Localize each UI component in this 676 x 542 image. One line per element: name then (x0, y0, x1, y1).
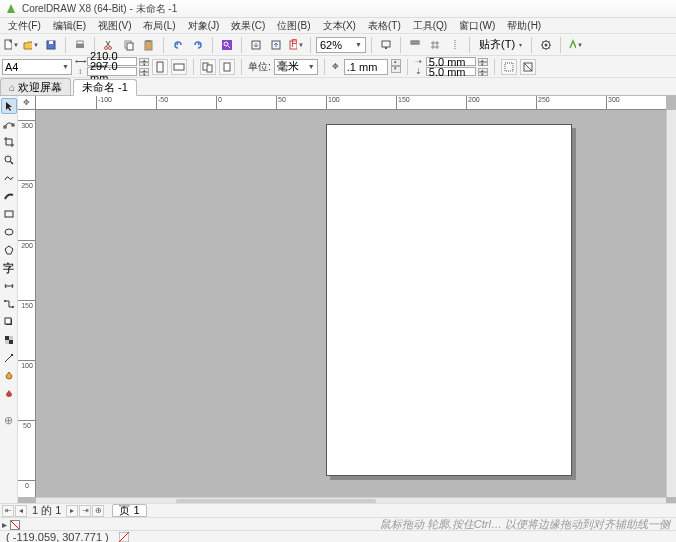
menu-file[interactable]: 文件(F) (2, 19, 47, 33)
nudge-spinner[interactable]: ▴▾ (391, 59, 401, 75)
polygon-tool[interactable] (1, 242, 17, 258)
snap-dropdown[interactable]: 贴齐(T)▾ (475, 37, 526, 52)
menu-window[interactable]: 窗口(W) (453, 19, 501, 33)
menu-table[interactable]: 表格(T) (362, 19, 407, 33)
menu-object[interactable]: 对象(J) (182, 19, 226, 33)
zoom-value: 62% (320, 39, 342, 51)
artistic-media-tool[interactable] (1, 188, 17, 204)
menu-effects[interactable]: 效果(C) (225, 19, 271, 33)
width-spinner[interactable]: ▴▾ (139, 58, 149, 66)
menu-edit[interactable]: 编辑(E) (47, 19, 92, 33)
expand-toolbox-button[interactable]: ⊕ (1, 412, 17, 428)
search-content-button[interactable] (218, 36, 236, 54)
show-rulers-button[interactable] (406, 36, 424, 54)
open-button[interactable]: ▼ (22, 36, 40, 54)
svg-point-31 (5, 156, 11, 162)
export-button[interactable] (267, 36, 285, 54)
dup-y-input[interactable]: 5.0 mm (426, 67, 476, 76)
page-tab-label: 页 1 (119, 503, 139, 518)
svg-rect-27 (505, 63, 513, 71)
ellipse-tool[interactable] (1, 224, 17, 240)
save-button[interactable] (42, 36, 60, 54)
new-button[interactable]: ▼ (2, 36, 20, 54)
last-page-button[interactable]: ⇥ (79, 505, 91, 517)
portrait-button[interactable] (152, 59, 168, 75)
print-button[interactable] (71, 36, 89, 54)
freehand-tool[interactable] (1, 170, 17, 186)
page-height-input[interactable]: 297.0 mm (87, 67, 137, 76)
show-guidelines-button[interactable] (446, 36, 464, 54)
parallel-dimension-tool[interactable] (1, 278, 17, 294)
horizontal-ruler[interactable]: -100-50050100150200250300350 (36, 96, 666, 110)
page-size-select[interactable]: A4▼ (2, 59, 72, 75)
page[interactable] (326, 124, 572, 476)
transparency-tool[interactable] (1, 332, 17, 348)
property-bar: A4▼ ⟷ 210.0 mm ▴▾ ↕ 297.0 mm ▴▾ 单位: 毫米▼ … (0, 56, 676, 78)
drop-shadow-tool[interactable] (1, 314, 17, 330)
smart-fill-tool[interactable] (1, 386, 17, 402)
nudge-icon: ✥ (331, 63, 341, 71)
dup-y-spinner[interactable]: ▴▾ (478, 68, 488, 76)
separator (212, 37, 213, 53)
import-button[interactable] (247, 36, 265, 54)
shape-tool[interactable] (1, 116, 17, 132)
text-tool[interactable]: 字 (1, 260, 17, 276)
pick-tool[interactable] (1, 98, 17, 114)
eyedropper-tool[interactable] (1, 350, 17, 366)
duplicate-distance: ⇢ 5.0 mm ▴▾ ⇣ 5.0 mm ▴▾ (414, 57, 488, 76)
svg-rect-26 (224, 63, 230, 71)
all-pages-button[interactable] (200, 59, 216, 75)
nudge-input[interactable]: .1 mm (344, 59, 388, 75)
separator (324, 59, 325, 75)
svg-rect-22 (157, 62, 163, 72)
height-spinner[interactable]: ▴▾ (139, 68, 149, 76)
zoom-level-input[interactable]: 62%▼ (316, 37, 366, 53)
menu-text[interactable]: 文本(X) (317, 19, 362, 33)
vertical-scrollbar[interactable] (666, 110, 676, 497)
menu-help[interactable]: 帮助(H) (501, 19, 547, 33)
add-page-button[interactable]: ⊕ (92, 505, 104, 517)
undo-button[interactable] (169, 36, 187, 54)
fullscreen-preview-button[interactable] (377, 36, 395, 54)
svg-rect-29 (4, 126, 6, 128)
height-icon: ↕ (75, 68, 85, 76)
page-tab-1[interactable]: 页 1 (112, 504, 146, 517)
welcome-tab[interactable]: ⌂ 欢迎屏幕 (0, 78, 71, 95)
prev-page-button[interactable]: ◂ (15, 505, 27, 517)
zoom-tool[interactable] (1, 152, 17, 168)
menu-layout[interactable]: 布局(L) (137, 19, 181, 33)
paste-button[interactable] (140, 36, 158, 54)
fill-none-indicator[interactable]: ▸ (2, 519, 20, 530)
connector-tool[interactable] (1, 296, 17, 312)
interactive-fill-tool[interactable] (1, 368, 17, 384)
separator (560, 37, 561, 53)
rectangle-tool[interactable] (1, 206, 17, 222)
dup-x-spinner[interactable]: ▴▾ (478, 58, 488, 66)
svg-rect-39 (9, 340, 13, 344)
status-bar: ( -119.059, 307.771 ) (0, 530, 676, 542)
options-button[interactable] (537, 36, 555, 54)
drawing-surface[interactable] (36, 110, 666, 497)
crop-tool[interactable] (1, 134, 17, 150)
document-tabs: ⌂ 欢迎屏幕 未命名 -1 (0, 78, 676, 96)
vertical-ruler[interactable]: 300250200150100500 (18, 110, 36, 497)
menu-view[interactable]: 视图(V) (92, 19, 137, 33)
treat-as-filled-button[interactable] (501, 59, 517, 75)
nudge-value: .1 mm (347, 61, 378, 73)
menu-bitmap[interactable]: 位图(B) (271, 19, 316, 33)
menu-tools[interactable]: 工具(Q) (407, 19, 453, 33)
launch-button[interactable]: ▼ (566, 36, 584, 54)
titlebar: CorelDRAW X8 (64-Bit) - 未命名 -1 (0, 0, 676, 18)
next-page-button[interactable]: ▸ (66, 505, 78, 517)
svg-rect-3 (76, 44, 84, 48)
landscape-button[interactable] (171, 59, 187, 75)
units-select[interactable]: 毫米▼ (274, 59, 318, 75)
ruler-origin[interactable]: ✥ (18, 96, 36, 110)
first-page-button[interactable]: ⇤ (2, 505, 14, 517)
document-tab[interactable]: 未命名 -1 (73, 79, 137, 96)
show-grid-button[interactable] (426, 36, 444, 54)
open-options-button[interactable] (520, 59, 536, 75)
redo-button[interactable] (189, 36, 207, 54)
current-page-button[interactable] (219, 59, 235, 75)
publish-pdf-button[interactable]: P▼ (287, 36, 305, 54)
